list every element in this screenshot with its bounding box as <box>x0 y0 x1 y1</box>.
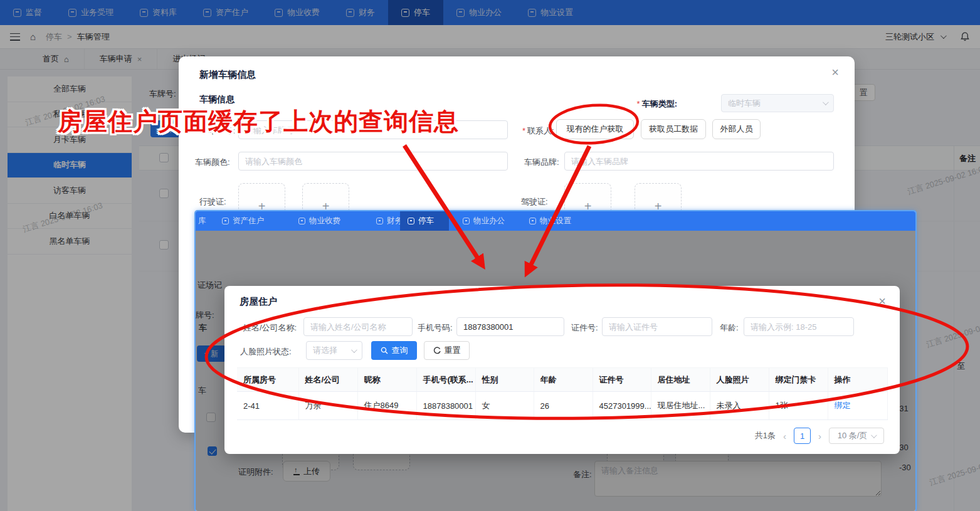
page-size-select[interactable]: 10 条/页 <box>829 428 884 444</box>
office-icon <box>463 218 470 224</box>
prev-page-icon[interactable]: ‹ <box>783 431 786 441</box>
brand-input[interactable] <box>564 152 834 171</box>
nav-label: 库 <box>198 216 206 226</box>
car-icon <box>408 218 414 224</box>
age-filter-label: 年龄: <box>720 322 739 334</box>
col-header: 姓名/公司 <box>298 368 357 392</box>
col-header: 操作 <box>828 368 887 392</box>
nav-item-settings[interactable]: 物业设置 <box>522 211 579 231</box>
reset-button[interactable]: 重置 <box>424 341 470 360</box>
cell-address: 现居住地址... <box>651 392 710 420</box>
search-button[interactable]: 查询 <box>371 341 417 360</box>
reset-button-label: 重置 <box>445 345 461 356</box>
face-status-placeholder: 请选择 <box>313 345 337 356</box>
modal-title: 新增车辆信息 <box>199 69 256 81</box>
page-size-value: 10 条/页 <box>838 430 868 441</box>
required-asterisk: * <box>203 126 206 135</box>
col-header: 证件号 <box>593 368 651 392</box>
next-page-icon[interactable]: › <box>818 431 821 441</box>
get-employee-data-button[interactable]: 获取员工数据 <box>641 119 706 139</box>
col-header: 居住地址 <box>651 368 710 392</box>
nav-item-parking[interactable]: 停车 <box>400 211 449 231</box>
cell-face-photo: 未录入 <box>710 392 769 420</box>
fees-icon <box>298 218 305 224</box>
col-header: 绑定门禁卡 <box>769 368 828 392</box>
cell-nickname: 住户8649 <box>357 392 416 420</box>
col-header: 性别 <box>475 368 534 392</box>
col-header: 昵称 <box>357 368 416 392</box>
bind-link[interactable]: 绑定 <box>835 401 851 410</box>
chevron-down-icon <box>351 347 357 353</box>
house-resident-modal: 房屋住户 × 姓名/公司名称: 手机号码: 证件号: 年龄: 人脸照片状态: 请… <box>224 286 900 454</box>
search-button-label: 查询 <box>392 345 408 356</box>
nav-label: 停车 <box>418 216 434 226</box>
id-filter-input[interactable] <box>602 317 712 336</box>
face-status-select[interactable]: 请选择 <box>306 341 362 360</box>
nav-label: 物业办公 <box>473 216 505 226</box>
nav-item-office[interactable]: 物业办公 <box>455 211 512 231</box>
age-filter-input[interactable] <box>744 317 854 336</box>
cell-access-cards: 1张 <box>769 392 828 420</box>
get-existing-resident-button[interactable]: 现有的住户获取 <box>556 119 634 139</box>
house-icon <box>222 218 229 224</box>
required-asterisk: * <box>637 99 640 108</box>
driving-license-label: 行驶证: <box>199 196 226 208</box>
refresh-icon <box>433 347 441 354</box>
nav-item-library-fragment[interactable]: 库 <box>196 211 214 231</box>
col-header: 年龄 <box>534 368 593 392</box>
col-header: 人脸照片 <box>710 368 769 392</box>
external-person-button[interactable]: 外部人员 <box>712 119 761 139</box>
close-icon[interactable]: × <box>878 295 886 307</box>
table-header-row: 所属房号 姓名/公司 昵称 手机号(联系... 性别 年龄 证件号 居住地址 人… <box>237 368 887 392</box>
phone-filter-input[interactable] <box>456 317 564 336</box>
vehicle-type-select[interactable]: 临时车辆 <box>721 94 834 112</box>
close-icon[interactable]: × <box>831 66 839 78</box>
vehicle-type-label: 车辆类型: <box>642 99 677 108</box>
plate-label: 车牌号: <box>208 126 235 135</box>
nested-window-content: 证场记 牌号: 车 + 新 车 证明附件: 上传 备注: -31 -30 -30… <box>196 231 915 511</box>
chevron-down-icon <box>823 99 829 105</box>
nav-label: 物业收费 <box>309 216 340 226</box>
modal-title: 房屋住户 <box>240 296 277 308</box>
chevron-down-icon <box>871 432 877 438</box>
brand-label: 车辆品牌: <box>524 157 559 168</box>
cell-gender: 女 <box>475 392 534 420</box>
search-icon <box>381 347 388 354</box>
color-label: 车辆颜色: <box>195 157 230 168</box>
cell-room: 2-41 <box>237 392 298 420</box>
cell-name: 万余 <box>298 392 357 420</box>
cell-age: 26 <box>534 392 593 420</box>
residents-table: 所属房号 姓名/公司 昵称 手机号(联系... 性别 年龄 证件号 居住地址 人… <box>237 367 888 420</box>
name-filter-label: 姓名/公司名称: <box>243 322 297 334</box>
driver-license-label: 驾驶证: <box>521 196 548 208</box>
page-number[interactable]: 1 <box>794 428 811 444</box>
contact-label: 联系人: <box>527 126 554 135</box>
gear-icon <box>529 218 536 224</box>
face-status-label: 人脸照片状态: <box>240 346 292 357</box>
name-filter-input[interactable] <box>303 317 413 336</box>
nav-label: 资产住户 <box>233 216 264 226</box>
nav-label: 物业设置 <box>540 216 571 226</box>
pagination: 共1条 ‹ 1 › 10 条/页 <box>755 428 884 444</box>
required-asterisk: * <box>522 126 525 135</box>
cell-phone: 18878380001 <box>416 392 475 420</box>
vehicle-type-value: 临时车辆 <box>728 98 761 109</box>
id-filter-label: 证件号: <box>571 322 598 334</box>
cell-id-number: 4527301999... <box>593 392 651 420</box>
nested-top-nav: 库 资产住户 物业收费 财务 停车 物业办公 物业设置 <box>196 211 915 231</box>
nested-app-window: 库 资产住户 物业收费 财务 停车 物业办公 物业设置 证场记 牌号: 车 + … <box>196 211 915 511</box>
total-count: 共1条 <box>755 430 776 441</box>
phone-filter-label: 手机号码: <box>418 322 453 334</box>
col-header: 所属房号 <box>237 368 298 392</box>
color-input[interactable] <box>238 152 508 171</box>
table-row[interactable]: 2-41 万余 住户8649 18878380001 女 26 45273019… <box>237 392 887 420</box>
nav-item-residents[interactable]: 资产住户 <box>214 211 271 231</box>
section-title: 车辆信息 <box>199 94 234 105</box>
finance-icon <box>376 218 383 224</box>
plate-input[interactable] <box>238 120 508 139</box>
col-header: 手机号(联系... <box>416 368 475 392</box>
nav-item-fees[interactable]: 物业收费 <box>291 211 348 231</box>
